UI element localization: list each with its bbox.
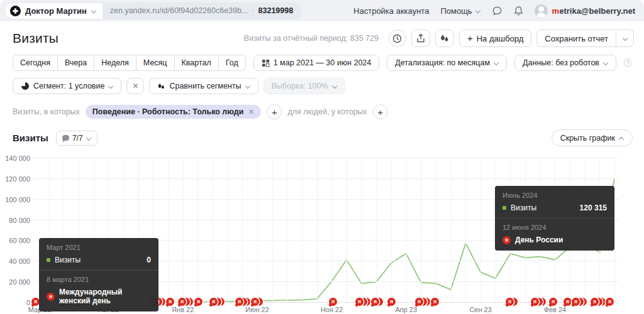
chevron-down-icon bbox=[91, 8, 96, 13]
sampling-dropdown[interactable]: Выборка: 100% bbox=[264, 78, 345, 94]
tooltip-june-2024: Июнь 2024 Визиты 120 315 12 июня 2024 Я … bbox=[495, 186, 614, 251]
holiday-marker-badge: Я bbox=[355, 298, 364, 306]
segment-pie-icon bbox=[21, 82, 30, 90]
holiday-badge-icon: Я bbox=[47, 293, 55, 301]
tooltip-period: Март 2021 bbox=[47, 244, 151, 251]
holiday-marker-badge: Я bbox=[415, 298, 423, 306]
help-menu[interactable]: Помощь bbox=[440, 6, 480, 16]
chevron-down-icon bbox=[494, 60, 499, 65]
chevron-down-icon bbox=[475, 8, 480, 13]
separator-dot: · bbox=[252, 6, 254, 15]
tooltip-march-2021: Март 2021 Визиты 0 8 марта 2021 Я Междун… bbox=[39, 238, 158, 311]
site-url: zen.yandex.ru/id/60f94d02260c6e39b... bbox=[110, 6, 248, 15]
x-gridline bbox=[347, 158, 347, 302]
chevron-down-icon bbox=[86, 136, 91, 141]
data-mode-dropdown[interactable]: Данные: без роботов bbox=[514, 55, 616, 71]
x-gridline bbox=[272, 158, 273, 302]
plus-icon: + bbox=[467, 33, 473, 43]
feedback-chat-icon[interactable] bbox=[492, 6, 502, 16]
holiday-marker-badge: Я bbox=[209, 298, 218, 306]
x-gridline bbox=[391, 158, 392, 302]
counter-url-block[interactable]: zen.yandex.ru/id/60f94d02260c6e39b... · … bbox=[103, 3, 301, 19]
chart-section-head: Визиты 7/7 Скрыть график bbox=[0, 122, 644, 151]
save-report-dropdown-button[interactable] bbox=[616, 30, 634, 47]
x-axis-tick-label: Сен 23 bbox=[469, 306, 491, 313]
tooltip-holiday-date: 8 марта 2021 bbox=[47, 276, 151, 283]
series-dot-icon bbox=[502, 206, 506, 210]
visits-condition-label: Визиты, в которых bbox=[13, 107, 80, 116]
add-to-dashboard-button[interactable]: + На дашборд bbox=[459, 30, 531, 47]
range-year-button[interactable]: Год bbox=[219, 55, 246, 71]
x-gridline bbox=[436, 158, 436, 302]
segment-row: Сегмент: 1 условие ✕ Сравнить сегменты В… bbox=[0, 72, 644, 95]
tooltip-holiday-name: День России bbox=[515, 236, 563, 244]
comment-bubble-icon bbox=[62, 135, 69, 141]
x-axis-tick-label: Янв 22 bbox=[172, 306, 194, 313]
x-gridline bbox=[197, 158, 198, 302]
holiday-marker-badge: Я bbox=[572, 298, 580, 306]
holiday-marker-badge: Я bbox=[531, 298, 539, 306]
range-month-button[interactable]: Месяц bbox=[136, 55, 175, 71]
series-dot-icon bbox=[47, 258, 50, 262]
account-settings-link[interactable]: Настройка аккаунта bbox=[353, 6, 429, 16]
holiday-marker-badge: Я bbox=[591, 298, 599, 306]
annotations-dropdown[interactable]: 7/7 bbox=[56, 131, 97, 146]
range-week-button[interactable]: Неделя bbox=[94, 55, 136, 71]
y-axis-tick-label: 80 000 bbox=[9, 217, 30, 224]
counter-selector[interactable]: Доктор Мартин bbox=[5, 6, 103, 16]
hide-chart-button[interactable]: Скрыть график bbox=[552, 129, 633, 146]
user-email: metrika@belberry.net bbox=[552, 6, 635, 16]
chevron-down-icon bbox=[603, 60, 608, 65]
counter-pill: Доктор Мартин zen.yandex.ru/id/60f94d022… bbox=[5, 3, 301, 19]
chevron-down-icon bbox=[332, 84, 337, 89]
detalization-dropdown[interactable]: Детализация: по месяцам bbox=[387, 55, 507, 71]
range-yesterday-button[interactable]: Вчера bbox=[58, 55, 94, 71]
y-axis-tick-label: 60 000 bbox=[9, 237, 30, 244]
chip-remove-icon[interactable]: ✕ bbox=[248, 107, 254, 116]
date-range-button[interactable]: 1 мар 2021 — 30 июн 2024 bbox=[253, 55, 380, 71]
help-label: Помощь bbox=[440, 6, 472, 16]
holiday-marker-badge: Я bbox=[606, 298, 614, 306]
segments-drops-button[interactable] bbox=[435, 30, 454, 47]
period-total: Визиты за отчётный период: 835 729 bbox=[244, 34, 379, 43]
x-gridline bbox=[480, 158, 481, 302]
x-gridline bbox=[302, 158, 303, 302]
range-today-button[interactable]: Сегодня bbox=[13, 55, 58, 71]
compare-segments-dropdown[interactable]: Сравнить сегменты bbox=[149, 78, 258, 94]
y-gridline bbox=[34, 178, 619, 179]
tooltip-divider bbox=[495, 218, 614, 219]
save-report-button[interactable]: Сохранить отчет bbox=[536, 30, 616, 47]
add-people-condition-button[interactable]: + bbox=[373, 104, 388, 119]
add-visit-condition-button[interactable]: + bbox=[267, 104, 282, 119]
history-clock-button[interactable] bbox=[389, 30, 406, 47]
x-axis-tick-label: Ноя 22 bbox=[321, 306, 343, 313]
holiday-marker-badge: Я bbox=[235, 298, 243, 306]
hint-question-icon[interactable]: ? bbox=[624, 58, 631, 67]
holiday-marker-badge: Я bbox=[506, 298, 514, 306]
robots-filter-chip[interactable]: Поведение · Роботность: Только люди ✕ bbox=[86, 105, 262, 119]
range-quarter-button[interactable]: Квартал bbox=[175, 55, 219, 71]
page-title: Визиты bbox=[13, 31, 58, 46]
compare-drops-icon bbox=[157, 82, 165, 90]
holiday-marker-badge: Я bbox=[549, 298, 557, 306]
chart-title: Визиты bbox=[13, 133, 48, 143]
chevron-up-icon bbox=[619, 136, 624, 141]
topbar: Доктор Мартин zen.yandex.ru/id/60f94d022… bbox=[0, 0, 644, 21]
x-gridline bbox=[614, 158, 615, 302]
y-axis-tick-label: 140 000 bbox=[5, 154, 30, 162]
user-account[interactable]: metrika@belberry.net bbox=[535, 4, 635, 18]
holiday-marker-badge: Я bbox=[194, 298, 203, 306]
visits-chart: 140 000120 000100 00080 00060 00040 0002… bbox=[0, 151, 644, 303]
holiday-marker-badge: Я bbox=[329, 298, 337, 306]
export-button[interactable] bbox=[411, 30, 430, 47]
avatar bbox=[535, 4, 548, 18]
holiday-marker-badge: Я bbox=[251, 298, 259, 306]
segment-remove-button[interactable]: ✕ bbox=[126, 78, 144, 94]
x-gridline bbox=[376, 158, 377, 302]
holiday-marker-badge: Я bbox=[166, 298, 174, 306]
x-gridline bbox=[362, 158, 362, 302]
chart-plot-area[interactable]: Март 2021 Визиты 0 8 марта 2021 Я Междун… bbox=[34, 158, 625, 303]
quick-range-group: Сегодня Вчера Неделя Месяц Квартал Год bbox=[13, 55, 246, 71]
segment-dropdown[interactable]: Сегмент: 1 условие bbox=[13, 78, 121, 94]
notifications-bell-icon[interactable] bbox=[514, 6, 523, 16]
